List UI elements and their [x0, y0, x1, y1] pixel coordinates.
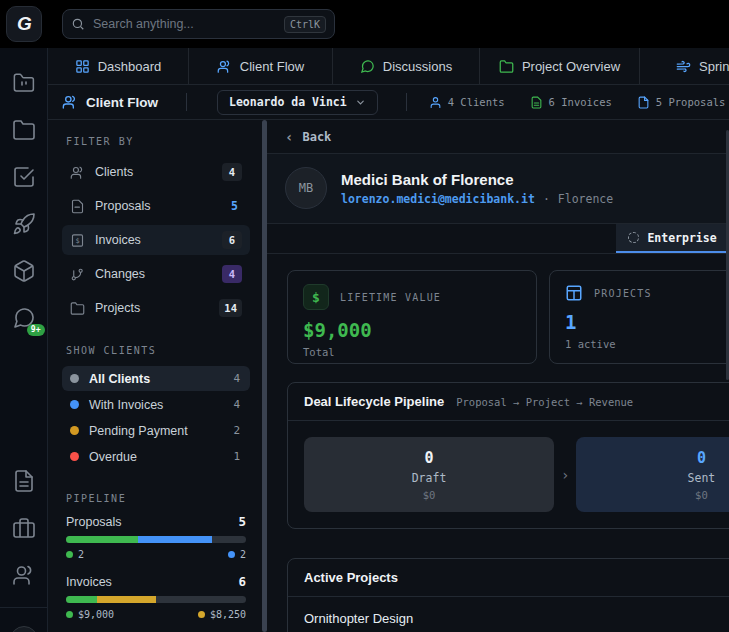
lifetime-value: $9,000: [303, 319, 521, 341]
client-filter-all[interactable]: All Clients 4: [62, 366, 250, 391]
tab-label: Discussions: [383, 59, 452, 74]
tab-label: Client Flow: [240, 59, 304, 74]
lifetime-value-card: $ LIFETIME VALUE $9,000 Total: [287, 270, 537, 364]
projects-card-stat: PROJECTS 1 1 active: [549, 270, 729, 364]
client-flow-header: Client Flow Leonardo da Vinci 4 Clients …: [48, 85, 729, 120]
tab-dashboard[interactable]: Dashboard: [48, 48, 189, 84]
discussion-bubble-icon: [360, 59, 375, 74]
filter-proposals[interactable]: Proposals 5: [62, 191, 250, 221]
briefcase-icon[interactable]: [12, 516, 36, 540]
tab-client-flow[interactable]: Client Flow: [189, 48, 333, 84]
filter-by-label: FILTER BY: [66, 136, 250, 147]
proposals-stat: 5 Proposals: [637, 96, 726, 109]
document-icon[interactable]: [12, 469, 36, 493]
project-folder-icon: [499, 59, 514, 74]
pipeline-card-title: Deal Lifecycle Pipeline: [304, 394, 444, 409]
filter-clients[interactable]: Clients 4: [62, 157, 250, 187]
count-badge: 14: [219, 299, 242, 317]
projects-icon: [565, 284, 583, 302]
legend-dot: [228, 551, 235, 558]
project-list-item[interactable]: Ornithopter Design active · December 202…: [288, 597, 729, 632]
sprint-wind-icon: [676, 59, 691, 74]
client-selector[interactable]: Leonardo da Vinci: [217, 90, 378, 115]
dollar-icon: $: [303, 284, 329, 310]
filter-projects[interactable]: Projects 14: [62, 293, 250, 323]
global-search[interactable]: Search anything... CtrlK: [62, 9, 335, 39]
user-avatar[interactable]: [10, 626, 38, 632]
tab-enterprise[interactable]: Enterprise: [616, 224, 729, 253]
task-check-icon[interactable]: [12, 165, 36, 189]
filter-panel: FILTER BY Clients 4 Proposals 5 $ Invoic…: [48, 120, 262, 632]
tab-label: Project Overview: [522, 59, 620, 74]
client-filter-with-invoices[interactable]: With Invoices 4: [62, 392, 250, 417]
clients-icon: [70, 165, 85, 180]
app-logo[interactable]: G: [6, 6, 42, 42]
spinner-icon: [628, 232, 639, 243]
projects-board-icon[interactable]: [12, 71, 36, 95]
chevron-down-icon: [355, 97, 366, 108]
filter-invoices[interactable]: $ Invoices 6: [62, 225, 250, 255]
client-filter-overdue[interactable]: Overdue 1: [62, 444, 250, 469]
app-root: G Search anything... CtrlK: [0, 0, 729, 632]
invoices-progress-bar: [66, 596, 246, 603]
tab-label: Dashboard: [98, 59, 162, 74]
plan-tabs: Enterprise: [267, 224, 729, 254]
top-bar: G Search anything... CtrlK: [0, 0, 729, 48]
client-header: MB Medici Bank of Florence lorenzo.medic…: [267, 154, 729, 224]
main-tab-bar: Dashboard Client Flow Discussions Projec…: [48, 48, 729, 85]
projects-count: 1: [565, 311, 729, 333]
package-icon[interactable]: [12, 259, 36, 283]
project-name: Ornithopter Design: [304, 611, 729, 626]
sidebar-divider: [0, 607, 48, 608]
invoices-stat: 6 Invoices: [530, 96, 612, 109]
person-icon: [429, 96, 442, 109]
count-badge: 6: [222, 231, 242, 249]
proposal-icon: [70, 199, 85, 214]
active-projects-card: Active Projects Ornithopter Design activ…: [287, 558, 729, 632]
legend-dot: [198, 611, 205, 618]
status-dot: [70, 400, 79, 409]
team-icon[interactable]: [12, 563, 36, 587]
client-name: Medici Bank of Florence: [341, 171, 613, 188]
client-avatar: MB: [285, 167, 327, 209]
rocket-icon[interactable]: [12, 212, 36, 236]
pipeline-label: PIPELINE: [66, 493, 250, 504]
active-projects-title: Active Projects: [304, 570, 398, 585]
clients-icon: [217, 59, 232, 74]
client-detail: ‹ Back MB Medici Bank of Florence lorenz…: [267, 120, 729, 632]
folder-icon[interactable]: [12, 118, 36, 142]
legend-dot: [66, 611, 73, 618]
dashboard-grid-icon: [75, 59, 90, 74]
chat-count-badge: 9+: [27, 324, 45, 336]
section-title: Client Flow: [62, 94, 158, 110]
invoice-dollar-icon: $: [70, 233, 85, 248]
pipeline-card-subtitle: Proposal → Project → Revenue: [456, 396, 633, 408]
chat-icon[interactable]: 9+: [12, 306, 36, 330]
icon-rail: 9+: [0, 48, 48, 632]
count-badge: 4: [222, 163, 242, 181]
stage-draft[interactable]: 0 Draft $0: [304, 437, 554, 512]
chevron-left-icon: ‹: [285, 129, 293, 145]
client-location: Florence: [558, 192, 613, 206]
filter-changes[interactable]: Changes 4: [62, 259, 250, 289]
clients-stat: 4 Clients: [429, 96, 505, 109]
search-shortcut-badge: CtrlK: [284, 16, 326, 33]
git-branch-icon: [70, 267, 85, 282]
status-dot: [70, 374, 79, 383]
back-button[interactable]: ‹ Back: [267, 120, 729, 154]
legend-dot: [66, 551, 73, 558]
proposal-icon: [637, 96, 650, 109]
show-clients-label: SHOW CLIENTS: [66, 345, 250, 356]
client-email-link[interactable]: lorenzo.medici@medicibank.it: [341, 192, 535, 206]
stage-sent[interactable]: 0 Sent $0: [576, 437, 729, 512]
count-badge: 4: [222, 265, 242, 283]
tab-sprint[interactable]: Sprint: [640, 48, 729, 84]
deal-pipeline-card: Deal Lifecycle Pipeline Proposal → Proje…: [287, 382, 729, 529]
pipeline-invoices: Invoices 6 $9,000 $8,250: [66, 574, 246, 620]
client-filter-pending[interactable]: Pending Payment 2: [62, 418, 250, 443]
folder-icon: [70, 301, 85, 316]
tab-label: Sprint: [699, 59, 729, 74]
clients-icon: [62, 94, 78, 110]
tab-discussions[interactable]: Discussions: [333, 48, 480, 84]
tab-project-overview[interactable]: Project Overview: [480, 48, 640, 84]
